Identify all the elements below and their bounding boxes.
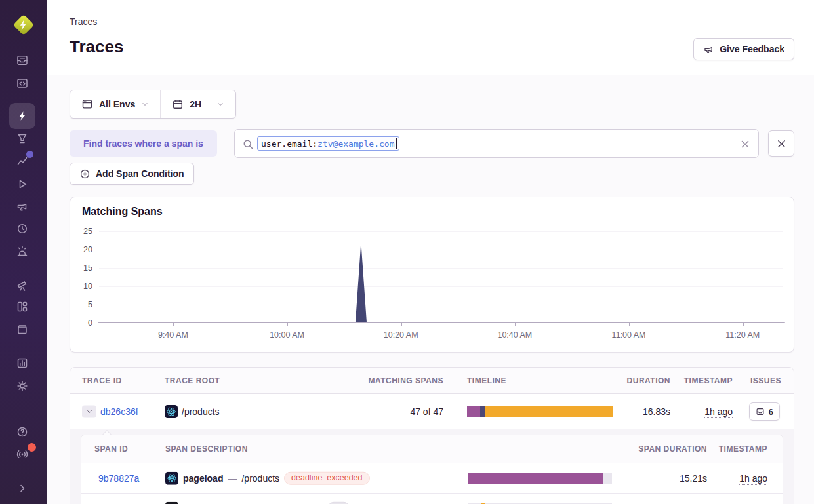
matching-spans-count: 47 of 47	[410, 406, 443, 417]
react-platform-icon	[165, 472, 178, 485]
close-icon	[776, 138, 787, 149]
sentry-logo[interactable]	[10, 12, 37, 38]
play-icon[interactable]	[16, 178, 29, 191]
breadcrumb[interactable]: Traces	[70, 16, 97, 27]
inbox-issues-icon[interactable]	[16, 54, 29, 67]
broadcast-notification-dot	[28, 443, 36, 452]
col-span-timestamp: Timestamp	[719, 435, 767, 463]
search-icon	[242, 138, 254, 151]
trace-timeline-bar	[467, 406, 613, 417]
add-span-condition-label: Add Span Condition	[96, 168, 184, 179]
trace-root: /products	[182, 406, 220, 417]
span-description: pageload — /products deadline_exceeded	[165, 471, 370, 485]
chevron-down-icon	[216, 100, 224, 108]
traces-page: Traces Traces Give Feedback All Envs 2H …	[0, 0, 814, 504]
window-icon	[81, 98, 93, 110]
matching-spans-chart-card: Matching Spans 0510152025 9:40 AM10:00 A…	[70, 197, 794, 353]
col-trace-id: Trace ID	[82, 368, 122, 394]
time-range-label: 2H	[190, 99, 201, 109]
content: All Envs 2H Find traces where a span is …	[47, 76, 814, 504]
span-timestamp[interactable]: 1h ago	[739, 473, 767, 484]
span-table-header: Span ID Span Description Span Duration T…	[81, 435, 783, 463]
telescope-icon[interactable]	[16, 279, 29, 292]
span-status-badge: ok	[327, 501, 350, 504]
span-condition-label: Find traces where a span is	[70, 130, 217, 157]
page-header: Traces Traces Give Feedback	[47, 0, 814, 75]
chart-x-axis-labels: 9:40 AM10:00 AM10:20 AM10:40 AM11:00 AM1…	[99, 328, 783, 343]
chart-x-axis-line	[98, 322, 785, 323]
plus-circle-icon	[79, 168, 91, 180]
siren-icon[interactable]	[16, 244, 29, 258]
trace-duration: 16.83s	[643, 406, 670, 417]
traces-table-header: Trace ID Trace Root Matching Spans Timel…	[70, 368, 794, 394]
give-feedback-button[interactable]: Give Feedback	[693, 38, 794, 60]
span-duration-bar	[468, 473, 612, 484]
chart-y-axis-labels: 0510152025	[70, 231, 92, 323]
col-issues: Issues	[750, 368, 781, 394]
bar-stats-icon[interactable]	[16, 357, 29, 370]
environment-filter[interactable]: All Envs	[70, 90, 160, 118]
page-filter-bar: All Envs 2H	[70, 90, 236, 119]
help-icon[interactable]	[16, 425, 29, 438]
chart-title: Matching Spans	[82, 206, 163, 218]
col-matching-spans: Matching Spans	[368, 368, 443, 394]
remove-condition-button[interactable]	[768, 130, 794, 157]
col-trace-root: Trace Root	[165, 368, 220, 394]
gear-icon[interactable]	[16, 379, 29, 393]
page-title: Traces	[70, 37, 123, 57]
add-span-condition-button[interactable]: Add Span Condition	[70, 163, 194, 185]
megaphone-icon[interactable]	[16, 200, 29, 213]
trace-timestamp[interactable]: 1h ago	[704, 406, 733, 417]
text-caret	[396, 138, 397, 149]
span-duration: 15.21s	[680, 473, 707, 484]
nx-platform-icon: nx	[165, 502, 178, 504]
col-duration: Duration	[627, 368, 670, 394]
broadcast-icon[interactable]	[16, 448, 29, 461]
lightning-traces-icon[interactable]	[16, 109, 29, 123]
search-filter-token[interactable]: user.email:ztv@example.com	[257, 136, 399, 151]
trace-row: db26c36f /products 47 of 47 16.83s 1h ag…	[70, 394, 794, 429]
span-table: Span ID Span Description Span Duration T…	[81, 435, 783, 504]
span-desc-text: /products	[241, 473, 279, 484]
span-op: pageload	[183, 473, 223, 484]
col-span-id: Span ID	[94, 435, 128, 463]
layout-icon[interactable]	[16, 300, 29, 313]
environment-filter-label: All Envs	[99, 99, 135, 109]
col-span-duration: Span Duration	[638, 435, 707, 463]
span-status-badge: deadline_exceeded	[284, 471, 369, 485]
chart-plot-area	[99, 231, 783, 323]
issues-count: 6	[769, 407, 773, 417]
funnel-icon[interactable]	[16, 132, 29, 145]
time-range-filter[interactable]: 2H	[161, 90, 235, 118]
megaphone-icon	[703, 44, 714, 55]
expanded-trace-panel: Span ID Span Description Span Duration T…	[70, 429, 794, 504]
span-row: b7a7e441 nx http.server — GET /organizat…	[81, 494, 783, 504]
insights-notification-dot	[26, 151, 33, 158]
span-description: nx http.server — GET /organization ok	[165, 501, 350, 504]
span-row: 9b78827a pageload — /products deadline_e…	[81, 463, 783, 494]
clear-search-icon[interactable]	[739, 138, 752, 151]
token-value: ztv@example.com	[317, 139, 394, 149]
expand-trace-button[interactable]	[82, 405, 96, 417]
col-timeline: Timeline	[467, 368, 506, 394]
expand-chevron-icon[interactable]	[16, 482, 29, 495]
issues-count-button[interactable]: 6	[749, 402, 780, 421]
sidebar	[0, 0, 47, 504]
separator: —	[228, 473, 237, 484]
calendar-icon	[172, 98, 184, 110]
code-folder-icon[interactable]	[16, 77, 29, 90]
token-key: user.email:	[261, 139, 317, 149]
clock-history-icon[interactable]	[16, 222, 29, 235]
col-span-description: Span Description	[165, 435, 248, 463]
span-id-link[interactable]: 9b78827a	[98, 473, 139, 484]
chevron-down-icon	[86, 408, 93, 415]
chevron-down-icon	[141, 100, 149, 108]
span-search-input[interactable]: user.email:ztv@example.com	[234, 129, 759, 158]
give-feedback-label: Give Feedback	[720, 44, 784, 54]
traces-table: Trace ID Trace Root Matching Spans Timel…	[70, 367, 794, 504]
col-timestamp: Timestamp	[684, 368, 733, 394]
archive-box-icon[interactable]	[16, 322, 29, 336]
react-platform-icon	[165, 405, 178, 418]
trace-id-link[interactable]: db26c36f	[100, 406, 138, 417]
inbox-issues-icon	[756, 407, 765, 416]
